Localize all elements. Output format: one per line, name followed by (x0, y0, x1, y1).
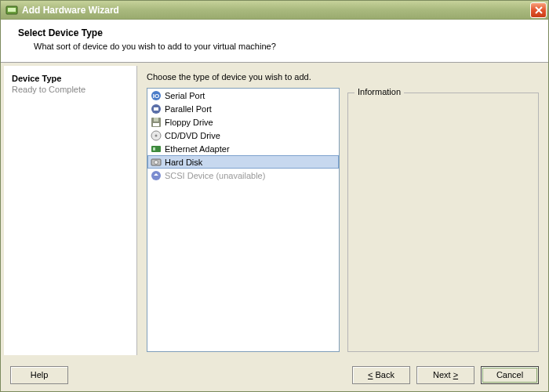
wizard-header: Select Device Type What sort of device d… (1, 20, 548, 63)
step-device-type[interactable]: Device Type (12, 74, 129, 83)
back-button[interactable]: < Back (352, 366, 410, 384)
hdd-icon (150, 156, 162, 169)
device-label: Parallel Port (165, 104, 212, 114)
floppy-icon (150, 116, 162, 129)
device-ethernet-adapter[interactable]: Ethernet Adapter (147, 142, 339, 155)
step-ready-to-complete[interactable]: Ready to Complete (12, 85, 129, 94)
device-label: Hard Disk (165, 158, 202, 167)
device-label: CD/DVD Drive (165, 131, 220, 140)
svg-rect-7 (154, 118, 158, 122)
scsi-icon (150, 169, 162, 182)
device-scsi-device: SCSI Device (unavailable) (147, 169, 339, 182)
device-label: Serial Port (165, 91, 205, 100)
wizard-body: Device Type Ready to Complete Choose the… (1, 63, 548, 358)
device-cddvd-drive[interactable]: CD/DVD Drive (147, 129, 339, 142)
serial-port-icon: IO (150, 89, 162, 102)
next-button[interactable]: Next > (416, 366, 474, 384)
wizard-main: Choose the type of device you wish to ad… (137, 63, 548, 358)
device-floppy-drive[interactable]: Floppy Drive (147, 115, 339, 129)
cancel-button[interactable]: Cancel (481, 366, 539, 384)
panes: IO Serial Port Parallel Port (147, 88, 539, 352)
wizard-footer: Help < Back Next > Cancel (1, 358, 548, 391)
app-icon (5, 4, 18, 16)
wizard-window: Add Hardware Wizard Select Device Type W… (0, 0, 549, 392)
device-label: Ethernet Adapter (165, 144, 230, 154)
help-button[interactable]: Help (10, 366, 68, 384)
wizard-steps-sidebar: Device Type Ready to Complete (4, 66, 137, 355)
parallel-port-icon (150, 103, 162, 115)
device-parallel-port[interactable]: Parallel Port (147, 102, 339, 115)
window-title: Add Hardware Wizard (22, 5, 530, 16)
svg-rect-8 (153, 123, 159, 126)
information-legend: Information (354, 87, 404, 96)
device-label: SCSI Device (unavailable) (165, 171, 265, 180)
titlebar: Add Hardware Wizard (1, 1, 548, 20)
svg-point-10 (155, 134, 158, 136)
cd-icon (150, 129, 162, 142)
device-label: Floppy Drive (165, 118, 213, 127)
svg-rect-1 (8, 8, 16, 12)
svg-rect-12 (153, 147, 155, 151)
prompt-text: Choose the type of device you wish to ad… (147, 72, 539, 82)
close-button[interactable] (530, 2, 547, 18)
svg-point-14 (155, 160, 158, 164)
header-title: Select Device Type (18, 27, 536, 38)
nic-icon (150, 143, 162, 155)
svg-text:IO: IO (153, 93, 159, 100)
header-subtitle: What sort of device do you wish to add t… (34, 42, 536, 51)
svg-rect-5 (154, 107, 158, 111)
device-hard-disk[interactable]: Hard Disk (147, 155, 339, 169)
device-type-list[interactable]: IO Serial Port Parallel Port (147, 88, 340, 352)
information-panel: Information (347, 93, 539, 352)
svg-rect-11 (151, 146, 161, 152)
device-serial-port[interactable]: IO Serial Port (147, 89, 339, 102)
